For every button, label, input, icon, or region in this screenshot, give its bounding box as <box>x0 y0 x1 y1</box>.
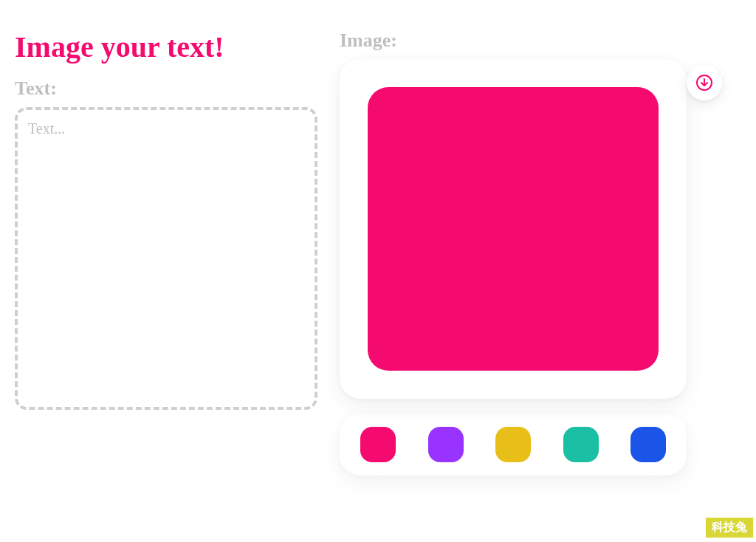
download-icon <box>695 74 713 92</box>
download-button[interactable] <box>687 65 722 100</box>
color-swatch-3[interactable] <box>495 427 531 462</box>
color-swatch-5[interactable] <box>630 427 666 462</box>
text-section-label: Text: <box>15 78 317 100</box>
color-swatch-4[interactable] <box>563 427 599 462</box>
color-swatch-2[interactable] <box>428 427 464 462</box>
watermark-badge: 科技兔 <box>706 518 753 538</box>
color-swatch-1[interactable] <box>360 427 396 462</box>
image-preview-card <box>340 59 687 399</box>
text-input[interactable] <box>15 107 317 410</box>
page-title: Image your text! <box>15 30 317 64</box>
image-section-label: Image: <box>340 30 741 52</box>
image-preview <box>368 87 659 371</box>
color-palette <box>340 414 687 476</box>
